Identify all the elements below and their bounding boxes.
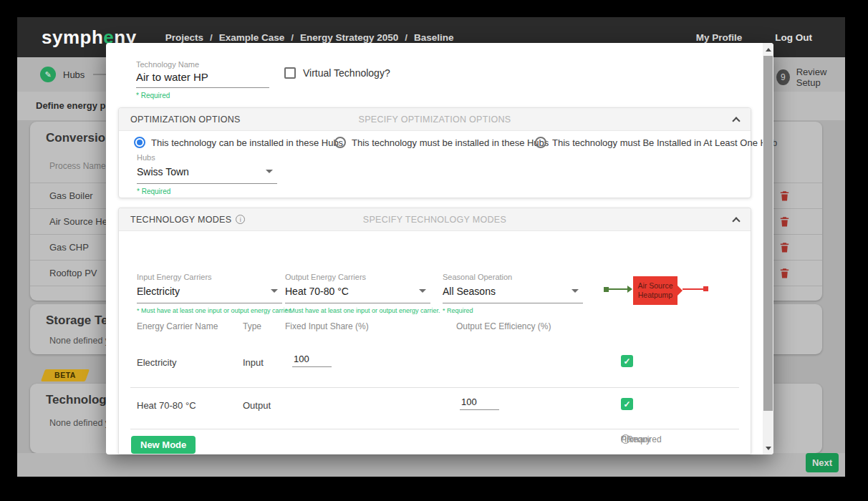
technology-flow-diagram: Air Source Heatpump (592, 276, 749, 308)
required-hint: * Must have at least one input or output… (285, 307, 430, 314)
modes-section-title: TECHNOLOGY MODESi (130, 215, 245, 225)
output-flow-line (683, 288, 704, 290)
optimization-section-title: OPTIMIZATION OPTIONS (130, 115, 241, 125)
process-name-column-header: Process Name (49, 161, 106, 171)
breadcrumb-separator: / (210, 32, 213, 43)
pencil-icon: ✎ (40, 67, 56, 82)
info-icon[interactable]: i (236, 215, 245, 224)
dropdown-caret-icon (419, 289, 426, 293)
carrier-type-cell: Input (243, 357, 264, 368)
carrier-type-cell: Output (243, 400, 271, 411)
technology-node[interactable]: Air Source Heatpump (633, 276, 677, 305)
technology-name-field: Technology Name * Required (136, 60, 269, 99)
seasonal-operation-select[interactable]: All Seasons (443, 283, 583, 303)
trash-icon[interactable] (778, 189, 791, 203)
dropdown-caret-icon (572, 289, 579, 293)
technology-edit-modal: Technology Name * Required Virtual Techn… (106, 43, 773, 454)
stepper-connector-line (93, 74, 106, 75)
hubs-label: Hubs (137, 153, 277, 162)
my-profile-link[interactable]: My Profile (696, 32, 743, 43)
seasonal-operation-field: Seasonal Operation All Seasons * Require… (443, 273, 583, 314)
app-screen: sympheny Projects / Example Case / Energ… (17, 17, 845, 477)
virtual-technology-checkbox[interactable] (284, 67, 296, 79)
breadcrumb-baseline[interactable]: Baseline (414, 32, 454, 43)
chevron-up-icon[interactable] (732, 117, 740, 125)
primary-checkbox-checked[interactable] (621, 355, 633, 367)
input-energy-carriers-select[interactable]: Electricity (137, 283, 282, 303)
row-divider (130, 429, 739, 429)
stepper-hubs-label: Hubs (63, 69, 85, 80)
technology-name-input[interactable] (136, 69, 269, 88)
trash-icon[interactable] (778, 215, 791, 228)
step-number-badge: 9 (776, 69, 790, 85)
new-mode-button[interactable]: New Mode (131, 436, 196, 454)
required-hint: * Required (621, 434, 662, 444)
radio-at-least-one-hub[interactable]: This technology must Be Installed in At … (535, 137, 777, 148)
trash-icon[interactable] (778, 266, 791, 280)
next-button[interactable]: Next (806, 453, 839, 472)
log-out-link[interactable]: Log Out (775, 32, 812, 43)
stepper-step-hubs[interactable]: ✎ Hubs (40, 67, 85, 82)
radio-selected-icon (134, 137, 145, 148)
output-energy-carriers-field: Output Energy Carriers Heat 70-80 °C * M… (285, 273, 430, 314)
stepper-review-label: Review Setup (796, 67, 845, 88)
radio-unselected-icon (535, 137, 546, 148)
carrier-name-cell: Heat 70-80 °C (137, 400, 196, 411)
breadcrumb-separator: / (405, 32, 408, 43)
optimization-options-section: SPECIFY OPTIMIZATION OPTIONS OPTIMIZATIO… (118, 107, 751, 198)
chevron-up-icon[interactable] (732, 217, 740, 225)
breadcrumb-projects[interactable]: Projects (165, 32, 203, 43)
required-hint: * Required (443, 307, 583, 314)
topbar-actions: My Profile Log Out (696, 32, 812, 43)
hubs-select[interactable]: Swiss Town (137, 163, 277, 184)
breadcrumb-energy-strategy[interactable]: Energy Strategy 2050 (300, 32, 398, 43)
breadcrumb-separator: / (291, 32, 294, 43)
radio-unselected-icon (334, 137, 346, 148)
technology-modes-section: SPECIFY TECHNOLOGY MODES TECHNOLOGY MODE… (118, 208, 751, 454)
virtual-technology-label: Virtual Technology? (303, 67, 390, 79)
scrollbar-thumb[interactable] (763, 56, 773, 411)
required-hint: * Must have at least one input or output… (137, 307, 282, 314)
trash-icon[interactable] (778, 240, 791, 254)
scroll-down-arrow-icon[interactable] (763, 442, 773, 454)
radio-must-be-installed[interactable]: This technology must be installed in the… (334, 137, 549, 148)
fixed-input-share-input[interactable] (292, 354, 332, 367)
output-energy-carriers-select[interactable]: Heat 70-80 °C (285, 283, 430, 303)
technology-name-label: Technology Name (136, 60, 269, 69)
input-energy-carriers-field: Input Energy Carriers Electricity * Must… (137, 273, 282, 314)
input-arrowhead-icon (627, 286, 632, 293)
hubs-select-field: Hubs Swiss Town * Required (137, 153, 277, 195)
optimization-section-header[interactable]: SPECIFY OPTIMIZATION OPTIONS OPTIMIZATIO… (119, 108, 751, 131)
modes-section-header[interactable]: SPECIFY TECHNOLOGY MODES TECHNOLOGY MODE… (119, 208, 751, 231)
scroll-up-arrow-icon[interactable] (763, 44, 773, 55)
footer-bar (17, 453, 845, 477)
primary-checkbox-checked[interactable] (621, 398, 633, 410)
output-ec-efficiency-input[interactable] (460, 397, 499, 410)
dropdown-caret-icon (266, 170, 273, 173)
required-hint: * Required (136, 92, 269, 99)
breadcrumb-example-case[interactable]: Example Case (219, 32, 285, 43)
required-hint: * Required (137, 188, 277, 195)
modal-scrollbar[interactable] (763, 43, 773, 454)
output-port-icon (703, 286, 708, 291)
carrier-name-cell: Electricity (137, 357, 177, 368)
stepper-step-review-setup[interactable]: 9 Review Setup (776, 67, 845, 88)
virtual-technology-field: Virtual Technology? (284, 67, 390, 79)
input-flow-line (608, 288, 628, 290)
row-divider (130, 387, 739, 388)
radio-can-be-installed[interactable]: This technology can be installed in thes… (134, 137, 343, 148)
breadcrumb: Projects / Example Case / Energy Strateg… (165, 32, 454, 43)
beta-badge: BETA (41, 369, 90, 381)
dropdown-caret-icon (271, 289, 278, 293)
